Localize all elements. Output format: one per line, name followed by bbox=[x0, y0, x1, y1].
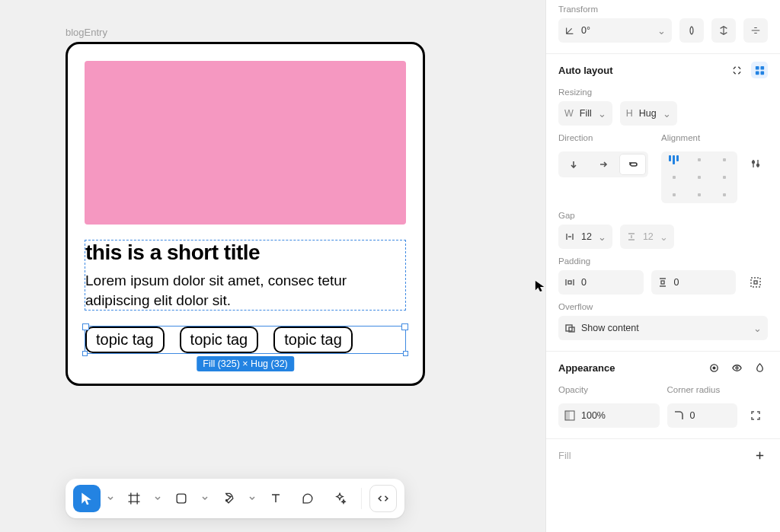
padding-vertical-icon bbox=[657, 277, 668, 288]
frame-tool-caret[interactable] bbox=[152, 495, 163, 502]
opacity-label: Opacity bbox=[558, 385, 660, 394]
gap-horizontal-icon bbox=[564, 231, 575, 242]
corner-icon bbox=[673, 410, 684, 421]
svg-rect-3 bbox=[760, 65, 764, 69]
move-tool-button[interactable] bbox=[73, 485, 101, 512]
svg-point-6 bbox=[753, 161, 755, 164]
blog-body-text[interactable]: Lorem ipsum dolor sit amet, consec tetur… bbox=[85, 271, 405, 310]
auto-layout-title: Auto layout bbox=[558, 65, 613, 76]
auto-layout-section: Auto layout Resizing WFill ⌄ HHug ⌄ Dire… bbox=[546, 54, 780, 352]
direction-label: Direction bbox=[558, 133, 654, 142]
align-tidy-button[interactable] bbox=[743, 18, 768, 43]
direction-vertical-button[interactable] bbox=[561, 155, 587, 174]
gap-cross-value: 12 bbox=[643, 231, 654, 242]
svg-rect-0 bbox=[177, 494, 186, 503]
padding-horizontal-input[interactable]: 0 bbox=[558, 270, 644, 295]
pen-tool-button[interactable] bbox=[215, 485, 242, 512]
frame-name-label[interactable]: blogEntry bbox=[66, 27, 107, 38]
angle-icon bbox=[564, 25, 575, 36]
individual-padding-button[interactable] bbox=[743, 270, 768, 295]
gap-vertical-icon bbox=[626, 231, 637, 242]
resizing-label: Resizing bbox=[558, 88, 768, 97]
design-canvas[interactable]: blogEntry this is a short title Lorem ip… bbox=[0, 0, 545, 532]
blend-mode-button[interactable] bbox=[751, 359, 768, 376]
direction-horizontal-button[interactable] bbox=[591, 155, 616, 174]
gap-cross-input[interactable]: 12 ⌄ bbox=[620, 225, 674, 249]
move-tool-caret[interactable] bbox=[105, 495, 116, 502]
remove-autolayout-button[interactable] bbox=[728, 62, 745, 78]
hero-rectangle[interactable] bbox=[85, 61, 406, 225]
rotation-value: 0° bbox=[581, 25, 590, 36]
padding-horizontal-icon bbox=[564, 277, 575, 288]
alignment-top-left[interactable] bbox=[669, 155, 679, 164]
individual-corners-button[interactable] bbox=[743, 403, 768, 428]
add-fill-button[interactable] bbox=[751, 447, 768, 464]
overflow-value: Show content bbox=[581, 323, 639, 333]
overflow-icon bbox=[564, 323, 575, 333]
design-panel[interactable]: Transform 0° ⌄ Auto layout Resizing bbox=[545, 0, 780, 532]
add-autolayout-button[interactable] bbox=[751, 62, 768, 78]
visibility-button[interactable] bbox=[728, 359, 745, 376]
gap-label: Gap bbox=[558, 211, 768, 220]
pen-tool-caret[interactable] bbox=[247, 495, 257, 502]
alignment-grid[interactable] bbox=[661, 151, 737, 203]
height-mode-value: Hug bbox=[639, 108, 657, 119]
tag-row-selection[interactable]: topic tag topic tag topic tag Fill (325)… bbox=[85, 326, 406, 354]
svg-point-15 bbox=[713, 367, 715, 369]
svg-rect-9 bbox=[661, 281, 664, 284]
topic-tag[interactable]: topic tag bbox=[85, 327, 165, 353]
appearance-title: Appearance bbox=[558, 362, 615, 374]
chevron-down-icon: ⌄ bbox=[598, 108, 606, 119]
height-resizing-select[interactable]: HHug ⌄ bbox=[620, 101, 677, 126]
style-button[interactable] bbox=[705, 359, 722, 376]
cursor-icon bbox=[535, 280, 545, 292]
padding-vertical-input[interactable]: 0 bbox=[651, 270, 737, 295]
alignment-label: Alignment bbox=[661, 133, 768, 142]
frame-blogentry[interactable]: this is a short title Lorem ipsum dolor … bbox=[66, 42, 425, 386]
toolbar-separator bbox=[361, 488, 362, 509]
overflow-select[interactable]: Show content ⌄ bbox=[558, 316, 768, 340]
flip-horizontal-button[interactable] bbox=[679, 18, 704, 43]
svg-rect-10 bbox=[751, 278, 760, 287]
svg-point-7 bbox=[757, 164, 759, 167]
direction-wrap-button[interactable] bbox=[620, 155, 645, 174]
gap-main-input[interactable]: 12 ⌄ bbox=[558, 225, 612, 249]
svg-point-16 bbox=[736, 367, 738, 369]
chevron-down-icon: ⌄ bbox=[663, 108, 671, 119]
chevron-down-icon: ⌄ bbox=[660, 231, 668, 243]
text-tool-button[interactable] bbox=[262, 485, 289, 512]
flip-vertical-button[interactable] bbox=[711, 18, 736, 43]
advanced-layout-button[interactable] bbox=[743, 151, 768, 176]
fill-section: Fill bbox=[546, 439, 780, 474]
chevron-down-icon: ⌄ bbox=[753, 323, 762, 334]
dev-mode-button[interactable] bbox=[369, 485, 397, 512]
text-block-selection[interactable]: this is a short title Lorem ipsum dolor … bbox=[85, 240, 406, 311]
padding-label: Padding bbox=[558, 256, 768, 266]
direction-group bbox=[558, 151, 648, 177]
topic-tag[interactable]: topic tag bbox=[273, 327, 353, 353]
svg-rect-4 bbox=[755, 71, 759, 75]
comment-tool-button[interactable] bbox=[294, 485, 321, 512]
blog-title-text[interactable]: this is a short title bbox=[85, 241, 405, 265]
chevron-down-icon: ⌄ bbox=[598, 231, 606, 243]
corner-radius-input[interactable]: 0 bbox=[667, 403, 738, 428]
ai-tool-button[interactable] bbox=[326, 485, 353, 512]
fill-title: Fill bbox=[558, 450, 571, 461]
padding-v-value: 0 bbox=[674, 277, 679, 288]
svg-rect-8 bbox=[568, 281, 571, 284]
topic-tag[interactable]: topic tag bbox=[180, 327, 259, 353]
width-resizing-select[interactable]: WFill ⌄ bbox=[558, 101, 612, 126]
svg-rect-5 bbox=[760, 71, 764, 75]
shape-tool-button[interactable] bbox=[168, 485, 195, 512]
opacity-input[interactable]: 100% bbox=[558, 403, 660, 428]
transform-section: Transform 0° ⌄ bbox=[546, 0, 780, 54]
corner-radius-label: Corner radius bbox=[667, 385, 769, 394]
frame-tool-button[interactable] bbox=[120, 485, 148, 512]
transform-label: Transform bbox=[558, 5, 768, 14]
overflow-label: Overflow bbox=[558, 302, 768, 311]
shape-tool-caret[interactable] bbox=[200, 495, 210, 502]
rotation-input[interactable]: 0° ⌄ bbox=[558, 18, 672, 43]
width-mode-value: Fill bbox=[580, 108, 592, 119]
tools-toolbar bbox=[66, 479, 404, 518]
svg-point-1 bbox=[226, 500, 228, 502]
